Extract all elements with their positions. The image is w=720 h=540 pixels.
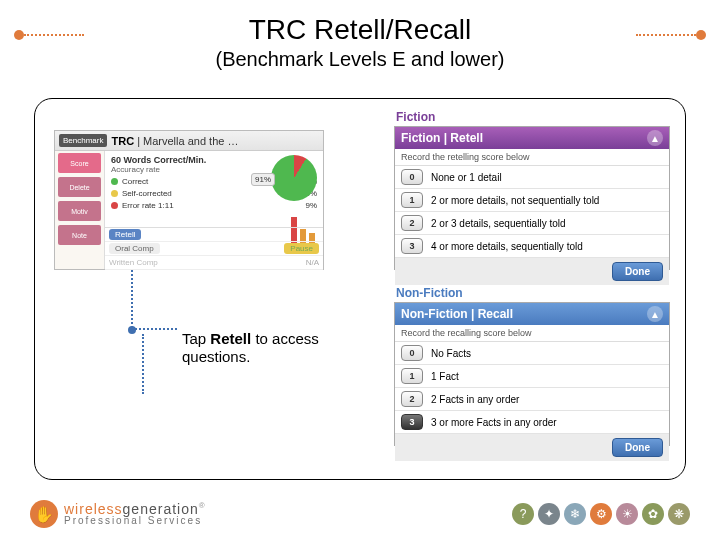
legend-error-val: 9%: [305, 201, 317, 210]
collapse-up-icon[interactable]: ▲: [647, 306, 663, 322]
brand-logo: ✋ wirelessgeneration® Professional Servi…: [30, 500, 206, 528]
legend-selfcorr: Self-corrected: [122, 189, 172, 198]
footer-icon-row: ? ✦ ❄ ⚙ ☀ ✿ ❋: [512, 503, 690, 525]
trc-stats: 60 Words Correct/Min. Accuracy rate 91% …: [105, 151, 323, 269]
benchmark-badge: Benchmark: [59, 134, 107, 147]
footer-icon: ⚙: [590, 503, 612, 525]
fiction-label: Fiction: [396, 110, 435, 124]
corner-dot-icon: [696, 30, 706, 40]
dotted-line: [636, 34, 696, 36]
score-3-button[interactable]: 3: [401, 238, 423, 254]
footer-icon: ❋: [668, 503, 690, 525]
score-2-button[interactable]: 2: [401, 215, 423, 231]
pause-button[interactable]: Pause: [284, 243, 319, 254]
accuracy-badge: 91%: [251, 173, 275, 186]
nonfiction-panel-sub: Record the recalling score below: [395, 325, 669, 342]
fiction-panel-sub: Record the retelling score below: [395, 149, 669, 166]
sidebar-item-delete[interactable]: Delete: [58, 177, 101, 197]
footer-icon: ✿: [642, 503, 664, 525]
nonfiction-panel: Non-Fiction | Recall ▲ Record the recall…: [394, 302, 670, 446]
legend-dot-selfcorr-icon: [111, 190, 118, 197]
score-3-text: 4 or more details, sequentially told: [431, 241, 583, 252]
legend-dot-error-icon: [111, 202, 118, 209]
score-1-text: 2 or more details, not sequentially told: [431, 195, 599, 206]
fiction-panel-title: Fiction | Retell: [401, 131, 483, 145]
pie-chart-icon: [271, 155, 317, 201]
page-subtitle: (Benchmark Levels E and lower): [0, 48, 720, 71]
sidebar-item-score[interactable]: Score: [58, 153, 101, 173]
score-2-text: 2 or 3 details, sequentially told: [431, 218, 566, 229]
trc-card-title: TRC | Marvella and the …: [111, 135, 238, 147]
score-1-button[interactable]: 1: [401, 368, 423, 384]
footer-icon: ☀: [616, 503, 638, 525]
nonfiction-done-button[interactable]: Done: [612, 438, 663, 457]
legend-correct: Correct: [122, 177, 148, 186]
score-3-text: 3 or more Facts in any order: [431, 417, 557, 428]
callout-text: Tap Retell to access questions.: [182, 330, 362, 366]
fiction-done-button[interactable]: Done: [612, 262, 663, 281]
dotted-line: [24, 34, 84, 36]
fiction-panel: Fiction | Retell ▲ Record the retelling …: [394, 126, 670, 270]
nonfiction-panel-title: Non-Fiction | Recall: [401, 307, 513, 321]
score-0-text: None or 1 detail: [431, 172, 502, 183]
retell-button[interactable]: Retell: [109, 229, 141, 240]
score-3-button[interactable]: 3: [401, 414, 423, 430]
footer-icon: ?: [512, 503, 534, 525]
written-comp-label: Written Comp: [109, 258, 158, 267]
score-1-text: 1 Fact: [431, 371, 459, 382]
footer: ✋ wirelessgeneration® Professional Servi…: [30, 500, 690, 528]
trc-card-header: Benchmark TRC | Marvella and the …: [55, 131, 323, 151]
trc-card: Benchmark TRC | Marvella and the … Score…: [54, 130, 324, 270]
score-0-text: No Facts: [431, 348, 471, 359]
page-title: TRC Retell/Recall: [0, 14, 720, 46]
score-2-button[interactable]: 2: [401, 391, 423, 407]
collapse-up-icon[interactable]: ▲: [647, 130, 663, 146]
corner-dot-icon: [14, 30, 24, 40]
legend-error: Error rate 1:11: [122, 201, 174, 210]
legend-dot-correct-icon: [111, 178, 118, 185]
callout-line: [131, 328, 177, 330]
sidebar-item-motiv[interactable]: Motiv: [58, 201, 101, 221]
hand-icon: ✋: [30, 500, 58, 528]
score-1-button[interactable]: 1: [401, 192, 423, 208]
na-label: N/A: [306, 258, 319, 267]
score-0-button[interactable]: 0: [401, 345, 423, 361]
score-0-button[interactable]: 0: [401, 169, 423, 185]
nonfiction-label: Non-Fiction: [396, 286, 463, 300]
footer-icon: ❄: [564, 503, 586, 525]
trc-sidebar: Score Delete Motiv Note: [55, 151, 105, 269]
callout-line: [142, 334, 144, 394]
score-2-text: 2 Facts in any order: [431, 394, 519, 405]
footer-icon: ✦: [538, 503, 560, 525]
callout-line: [131, 270, 133, 328]
trc-title-prefix: TRC: [111, 135, 134, 147]
oral-comp-button[interactable]: Oral Comp: [109, 243, 160, 254]
sidebar-item-note[interactable]: Note: [58, 225, 101, 245]
